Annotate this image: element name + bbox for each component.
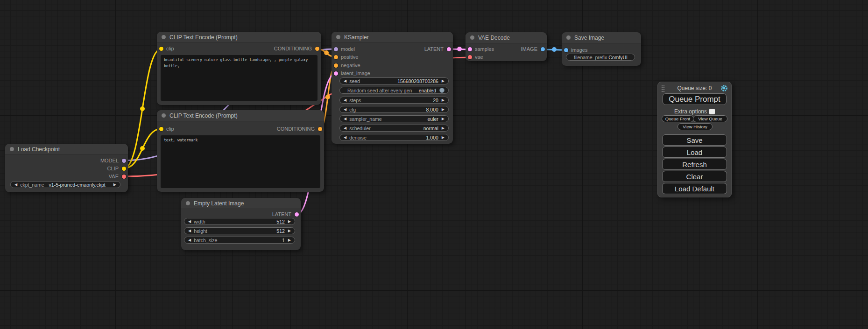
canvas[interactable]: Load Checkpoint MODEL CLIP VAE ◀ ckpt_na… [0,0,868,329]
clip-port-icon[interactable] [159,127,163,131]
width-widget[interactable]: ◀ width 512 ▶ [184,218,295,225]
decrement-arrow-icon[interactable]: ◀ [188,238,191,242]
clear-button[interactable]: Clear [662,171,727,182]
output-model: MODEL [5,157,128,164]
latent-port-icon[interactable] [295,212,299,217]
node-header[interactable]: Save Image [562,32,641,43]
node-title: CLIP Text Encode (Prompt) [169,34,238,41]
collapse-dot-icon[interactable] [470,35,474,40]
image-port-icon[interactable] [541,47,545,51]
refresh-button[interactable]: Refresh [662,159,727,170]
vae-port-icon[interactable] [122,175,126,179]
collapse-dot-icon[interactable] [162,113,166,118]
model-port-icon[interactable] [334,47,338,51]
node-save-image[interactable]: Save Image images filename_prefix ComfyU… [562,32,641,66]
prompt-textarea[interactable]: text, watermark [161,135,320,188]
node-title: VAE Decode [478,35,510,41]
view-history-button[interactable]: View History [677,123,713,130]
node-clip-text-encode-negative[interactable]: CLIP Text Encode (Prompt) clip CONDITION… [157,110,324,192]
clip-row: clip CONDITIONING [157,126,324,132]
seed-widget[interactable]: ◀ seed 156680208700286 ▶ [339,77,449,84]
collapse-dot-icon[interactable] [566,35,571,40]
denoise-widget[interactable]: ◀ denoise 1.000 ▶ [339,134,449,141]
node-vae-decode[interactable]: VAE Decode samples IMAGE vae [466,32,547,61]
queue-prompt-button[interactable]: Queue Prompt [663,93,727,105]
increment-arrow-icon[interactable]: ▶ [442,126,445,130]
conditioning-port-icon[interactable] [318,127,322,131]
samples-row: samples IMAGE [466,46,547,52]
decrement-arrow-icon[interactable]: ◀ [188,229,191,233]
random-seed-widget[interactable]: Random seed after every gen enabled [339,87,449,94]
node-header[interactable]: VAE Decode [466,32,547,43]
conditioning-port-icon[interactable] [334,63,338,68]
node-header[interactable]: CLIP Text Encode (Prompt) [157,110,324,121]
node-header[interactable]: KSampler [332,32,453,43]
cfg-widget[interactable]: ◀ cfg 8.000 ▶ [339,106,449,113]
latent-port-icon[interactable] [468,47,472,51]
node-empty-latent-image[interactable]: Empty Latent Image LATENT ◀ width 512 ▶ … [181,198,301,250]
load-button[interactable]: Load [662,147,727,158]
latent-port-icon[interactable] [334,71,338,76]
extra-options-checkbox[interactable] [709,109,715,114]
increment-arrow-icon[interactable]: ▶ [442,136,445,140]
node-header[interactable]: CLIP Text Encode (Prompt) [157,32,321,43]
node-title: Save Image [574,35,604,41]
view-queue-button[interactable]: View Queue [693,115,727,122]
node-clip-text-encode-positive[interactable]: CLIP Text Encode (Prompt) clip CONDITION… [157,32,321,105]
load-default-button[interactable]: Load Default [662,183,727,194]
sampler-name-widget[interactable]: ◀ sampler_name euler ▶ [339,115,449,122]
queue-panel-header: Queue size: 0 [658,84,731,92]
node-title: Load Checkpoint [18,146,60,153]
node-header[interactable]: Load Checkpoint [5,144,128,155]
latent-port-icon[interactable] [447,47,451,51]
vae-port-icon[interactable] [468,55,472,59]
increment-arrow-icon[interactable]: ▶ [288,229,291,233]
collapse-dot-icon[interactable] [186,201,190,205]
decrement-arrow-icon[interactable]: ◀ [14,183,17,187]
conditioning-port-icon[interactable] [315,47,319,51]
node-load-checkpoint[interactable]: Load Checkpoint MODEL CLIP VAE ◀ ckpt_na… [5,144,128,192]
node-title: KSampler [344,34,369,41]
increment-arrow-icon[interactable]: ▶ [442,108,445,112]
decrement-arrow-icon[interactable]: ◀ [344,117,346,121]
filename-prefix-widget[interactable]: filename_prefix ComfyUI [566,54,635,61]
increment-arrow-icon[interactable]: ▶ [113,183,116,187]
ckpt-name-widget[interactable]: ◀ ckpt_name v1-5-pruned-emaonly.ckpt ▶ [10,181,120,188]
increment-arrow-icon[interactable]: ▶ [442,79,445,83]
decrement-arrow-icon[interactable]: ◀ [344,79,346,83]
decrement-arrow-icon[interactable]: ◀ [344,126,346,130]
collapse-dot-icon[interactable] [336,35,340,39]
queue-front-button[interactable]: Queue Front [662,115,694,122]
decrement-arrow-icon[interactable]: ◀ [344,136,346,140]
increment-arrow-icon[interactable]: ▶ [442,117,445,121]
clip-port-icon[interactable] [159,47,163,51]
clip-port-icon[interactable] [122,167,126,171]
increment-arrow-icon[interactable]: ▶ [288,220,291,224]
collapse-dot-icon[interactable] [162,35,166,39]
increment-arrow-icon[interactable]: ▶ [442,98,445,102]
increment-arrow-icon[interactable]: ▶ [288,238,291,242]
toggle-icon[interactable] [439,88,445,93]
node-title: Empty Latent Image [194,200,244,207]
save-button[interactable]: Save [662,134,727,146]
scheduler-widget[interactable]: ◀ scheduler normal ▶ [339,125,449,132]
batch-size-widget[interactable]: ◀ batch_size 1 ▶ [184,237,295,244]
decrement-arrow-icon[interactable]: ◀ [344,98,346,102]
prompt-textarea[interactable]: beautiful scenery nature glass bottle la… [161,55,318,101]
gear-icon[interactable] [720,84,728,92]
output-vae: VAE [5,173,128,180]
latent-image-row: latent_image [332,70,453,77]
extra-options-label: Extra options [674,108,707,115]
decrement-arrow-icon[interactable]: ◀ [344,108,346,112]
collapse-dot-icon[interactable] [10,147,14,151]
node-ksampler[interactable]: KSampler model LATENT positive negative … [332,32,453,144]
positive-row: positive [332,54,453,60]
model-port-icon[interactable] [122,159,126,163]
height-widget[interactable]: ◀ height 512 ▶ [184,227,295,234]
node-header[interactable]: Empty Latent Image [181,198,301,209]
steps-widget[interactable]: ◀ steps 20 ▶ [339,97,449,104]
conditioning-port-icon[interactable] [334,55,338,59]
image-port-icon[interactable] [564,48,568,52]
decrement-arrow-icon[interactable]: ◀ [188,220,191,224]
queue-panel: Queue size: 0 Queue Prompt Extra options… [657,82,732,197]
